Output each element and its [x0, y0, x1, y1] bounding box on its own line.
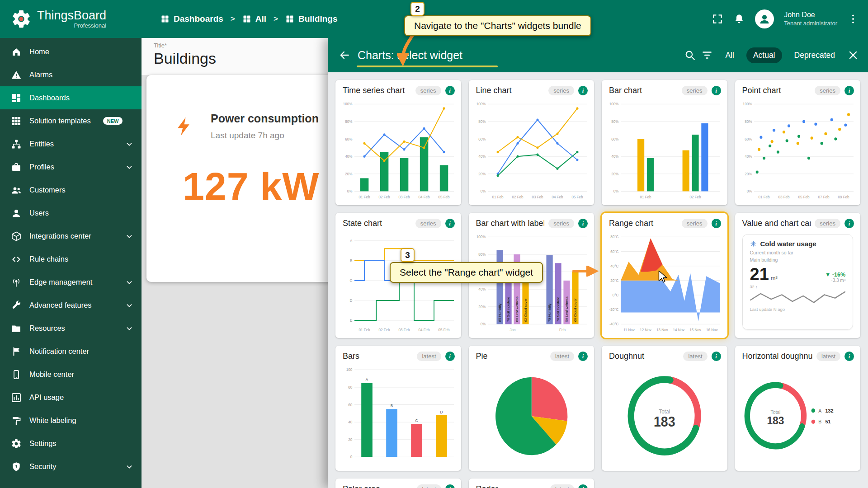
bell-icon [733, 13, 745, 25]
user-menu[interactable]: John Doe Tenant administrator [784, 10, 837, 28]
info-icon[interactable]: i [445, 352, 455, 361]
brand-name: ThingsBoard [37, 9, 106, 22]
fullscreen-icon [712, 13, 723, 25]
fullscreen-button[interactable] [712, 13, 723, 25]
avatar[interactable] [755, 9, 774, 28]
sidebar-item-entities[interactable]: Entities [0, 132, 142, 155]
svg-text:40%: 40% [345, 154, 353, 159]
breadcrumb-item-buildings[interactable]: Buildings [285, 14, 338, 24]
widget-type-chip: series [682, 86, 708, 95]
widget-card-time-series-chart[interactable]: Time series chartseriesi0%20%40%60%80%10… [335, 80, 461, 205]
sidebar-item-profiles[interactable]: Profiles [0, 155, 142, 178]
svg-text:60%: 60% [478, 136, 486, 141]
svg-text:40: 40 [348, 420, 352, 424]
svg-text:60: 60 [348, 402, 352, 407]
widget-card-line-chart[interactable]: Line chartseriesi0%20%40%60%80%100%01 Fe… [469, 80, 594, 205]
close-icon [847, 49, 859, 61]
svg-text:A: A [350, 238, 353, 243]
widget-card-bars[interactable]: Barslatesti020406080100ABCD [335, 346, 461, 471]
more-menu-button[interactable] [847, 13, 859, 25]
widget-card-point-chart[interactable]: Point chartseriesi0%20%40%60%80%100%01 F… [735, 80, 861, 205]
widget-preview-chart [472, 363, 592, 468]
svg-text:62 Cloud cover: 62 Cloud cover [524, 298, 528, 322]
svg-text:70 Soil moisture: 70 Soil moisture [506, 297, 510, 322]
svg-text:07 Feb: 07 Feb [818, 194, 829, 199]
info-icon[interactable]: i [712, 352, 721, 361]
widget-card-title: Range chart [609, 219, 678, 228]
widget-card-horizontal-doughnut[interactable]: Horizontal doughnutlatestiTotal183A132B5… [735, 346, 861, 471]
sidebar-item-security[interactable]: Security [0, 455, 142, 478]
power-consumption-widget[interactable]: Power consumption Last update 7h ago 127… [146, 75, 346, 282]
filter-deprecated[interactable]: Deprecated [788, 47, 842, 63]
app-logo[interactable]: ThingsBoard Professional [0, 9, 142, 29]
chevron-down-icon [124, 139, 134, 149]
svg-text:Total: Total [770, 409, 780, 415]
widget-card-polar-area[interactable]: Polar arealatesti [335, 479, 461, 488]
step-3-arrow [572, 266, 601, 277]
info-icon[interactable]: i [712, 86, 721, 95]
chevron-down-icon [124, 162, 134, 172]
svg-text:80°C: 80°C [610, 235, 618, 239]
widget-card-title: Bar chart [609, 86, 678, 95]
sidebar-item-users[interactable]: Users [0, 202, 142, 225]
filter-button[interactable] [701, 49, 713, 61]
sidebar-item-notification-center[interactable]: Notification center [0, 340, 142, 363]
svg-text:-40°C: -40°C [609, 322, 619, 326]
svg-text:0%: 0% [480, 322, 486, 326]
sidebar-item-label: Settings [29, 439, 57, 448]
info-icon[interactable]: i [578, 86, 588, 95]
sidebar-item-resources[interactable]: Resources [0, 317, 142, 340]
sidebar-item-edge-management[interactable]: Edge management [0, 271, 142, 294]
sidebar-item-home[interactable]: Home [0, 40, 142, 63]
svg-text:04 Feb: 04 Feb [552, 194, 563, 199]
breadcrumb-item-all[interactable]: All [242, 14, 266, 24]
breadcrumb: Dashboards>All>Buildings [160, 14, 338, 24]
card-body: 0%20%40%60%80%100%01 Feb02 Feb03 Feb04 F… [472, 98, 592, 202]
sidebar-item-api-usage[interactable]: API usage [0, 386, 142, 409]
widget-card-value-and-chart-card[interactable]: Value and chart cardseriesiCold water us… [735, 213, 861, 338]
sidebar-item-settings[interactable]: Settings [0, 432, 142, 455]
sidebar-item-white-labeling[interactable]: White labeling [0, 409, 142, 432]
info-icon[interactable]: i [578, 352, 588, 361]
sidebar-item-dashboards[interactable]: Dashboards [0, 86, 142, 109]
info-icon[interactable]: i [844, 219, 854, 228]
widget-card-pie[interactable]: Pielatesti [469, 346, 594, 471]
sidebar-item-rule-chains[interactable]: Rule chains [0, 248, 142, 271]
widget-preview-chart: 020406080100ABCD [338, 363, 458, 468]
sidebar-item-integrations-center[interactable]: Integrations center [0, 225, 142, 248]
svg-text:Jan: Jan [509, 327, 515, 332]
search-button[interactable] [684, 49, 696, 61]
sidebar-item-customers[interactable]: Customers [0, 178, 142, 202]
info-icon[interactable]: i [578, 484, 588, 488]
notifications-button[interactable] [733, 13, 745, 25]
svg-text:03 Feb: 03 Feb [399, 194, 410, 199]
svg-text:03 Feb: 03 Feb [778, 194, 789, 199]
info-icon[interactable]: i [445, 219, 455, 228]
sidebar-item-alarms[interactable]: Alarms [0, 63, 142, 86]
close-panel-button[interactable] [847, 49, 859, 61]
info-icon[interactable]: i [445, 86, 455, 95]
sidebar-item-solution-templates[interactable]: Solution templatesNEW [0, 109, 142, 132]
sidebar-item-advanced-features[interactable]: Advanced features [0, 294, 142, 317]
filter-actual[interactable]: Actual [746, 47, 782, 63]
widget-card-radar[interactable]: Radarlatesti [469, 479, 594, 488]
info-icon[interactable]: i [445, 484, 455, 488]
sidebar-item-label: Edge management [29, 278, 92, 286]
sidebar-nav: HomeAlarmsDashboardsSolution templatesNE… [0, 38, 142, 488]
info-icon[interactable]: i [844, 86, 854, 95]
info-icon[interactable]: i [712, 219, 721, 228]
widget-card-doughnut[interactable]: DoughnutlatestiTotal183 [602, 346, 727, 471]
sidebar-item-label: Integrations center [29, 232, 91, 240]
svg-text:01 Feb: 01 Feb [492, 194, 503, 199]
info-icon[interactable]: i [844, 352, 854, 361]
card-header: Range chartseriesi [602, 213, 727, 230]
step-2-badge: 2 [410, 2, 425, 16]
breadcrumb-item-dashboards[interactable]: Dashboards [160, 14, 223, 24]
widget-card-bar-chart[interactable]: Bar chartseriesi0%20%40%60%80%100%01 Feb… [602, 80, 727, 205]
filter-all[interactable]: All [718, 47, 741, 63]
info-icon[interactable]: i [578, 219, 588, 228]
widget-card-title: State chart [343, 219, 411, 228]
back-button[interactable] [339, 49, 350, 61]
sidebar-item-mobile-center[interactable]: Mobile center [0, 363, 142, 386]
step-3-badge: 3 [401, 248, 415, 262]
